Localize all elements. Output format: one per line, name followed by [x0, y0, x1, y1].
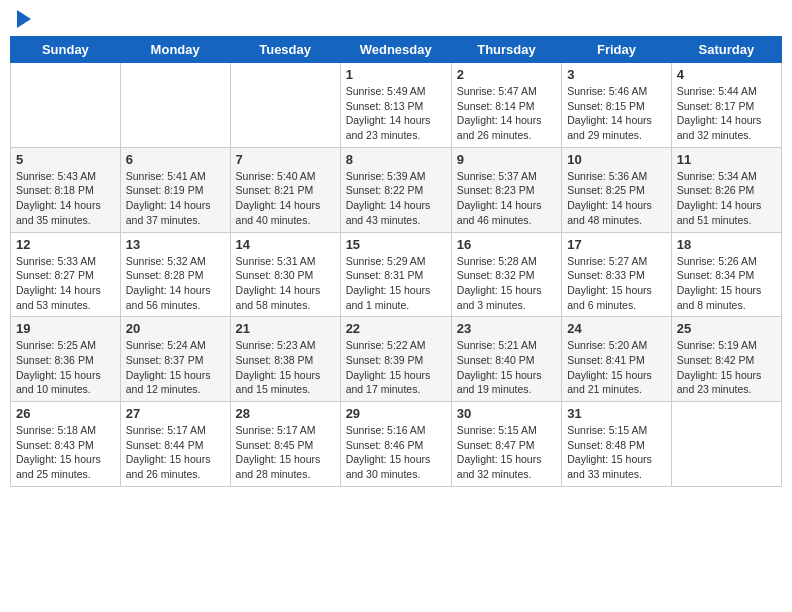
- calendar-cell: [11, 63, 121, 148]
- calendar-cell: 5Sunrise: 5:43 AMSunset: 8:18 PMDaylight…: [11, 147, 121, 232]
- calendar-header-row: SundayMondayTuesdayWednesdayThursdayFrid…: [11, 37, 782, 63]
- calendar-cell: 23Sunrise: 5:21 AMSunset: 8:40 PMDayligh…: [451, 317, 561, 402]
- calendar-table: SundayMondayTuesdayWednesdayThursdayFrid…: [10, 36, 782, 487]
- cell-info: Sunrise: 5:37 AMSunset: 8:23 PMDaylight:…: [457, 169, 556, 228]
- day-number: 14: [236, 237, 335, 252]
- cell-info: Sunrise: 5:17 AMSunset: 8:44 PMDaylight:…: [126, 423, 225, 482]
- day-of-week-header: Wednesday: [340, 37, 451, 63]
- calendar-cell: 12Sunrise: 5:33 AMSunset: 8:27 PMDayligh…: [11, 232, 121, 317]
- calendar-cell: 9Sunrise: 5:37 AMSunset: 8:23 PMDaylight…: [451, 147, 561, 232]
- calendar-cell: 4Sunrise: 5:44 AMSunset: 8:17 PMDaylight…: [671, 63, 781, 148]
- day-number: 2: [457, 67, 556, 82]
- day-number: 15: [346, 237, 446, 252]
- cell-info: Sunrise: 5:23 AMSunset: 8:38 PMDaylight:…: [236, 338, 335, 397]
- cell-info: Sunrise: 5:39 AMSunset: 8:22 PMDaylight:…: [346, 169, 446, 228]
- calendar-cell: 18Sunrise: 5:26 AMSunset: 8:34 PMDayligh…: [671, 232, 781, 317]
- day-number: 7: [236, 152, 335, 167]
- day-number: 27: [126, 406, 225, 421]
- calendar-cell: [671, 402, 781, 487]
- cell-info: Sunrise: 5:27 AMSunset: 8:33 PMDaylight:…: [567, 254, 666, 313]
- calendar-cell: 14Sunrise: 5:31 AMSunset: 8:30 PMDayligh…: [230, 232, 340, 317]
- calendar-cell: 17Sunrise: 5:27 AMSunset: 8:33 PMDayligh…: [562, 232, 672, 317]
- cell-info: Sunrise: 5:24 AMSunset: 8:37 PMDaylight:…: [126, 338, 225, 397]
- day-number: 19: [16, 321, 115, 336]
- cell-info: Sunrise: 5:17 AMSunset: 8:45 PMDaylight:…: [236, 423, 335, 482]
- calendar-cell: 13Sunrise: 5:32 AMSunset: 8:28 PMDayligh…: [120, 232, 230, 317]
- calendar-cell: 6Sunrise: 5:41 AMSunset: 8:19 PMDaylight…: [120, 147, 230, 232]
- cell-info: Sunrise: 5:36 AMSunset: 8:25 PMDaylight:…: [567, 169, 666, 228]
- cell-info: Sunrise: 5:31 AMSunset: 8:30 PMDaylight:…: [236, 254, 335, 313]
- calendar-cell: 1Sunrise: 5:49 AMSunset: 8:13 PMDaylight…: [340, 63, 451, 148]
- cell-info: Sunrise: 5:29 AMSunset: 8:31 PMDaylight:…: [346, 254, 446, 313]
- calendar-cell: 30Sunrise: 5:15 AMSunset: 8:47 PMDayligh…: [451, 402, 561, 487]
- calendar-week-row: 26Sunrise: 5:18 AMSunset: 8:43 PMDayligh…: [11, 402, 782, 487]
- cell-info: Sunrise: 5:32 AMSunset: 8:28 PMDaylight:…: [126, 254, 225, 313]
- day-number: 26: [16, 406, 115, 421]
- day-number: 24: [567, 321, 666, 336]
- cell-info: Sunrise: 5:18 AMSunset: 8:43 PMDaylight:…: [16, 423, 115, 482]
- cell-info: Sunrise: 5:47 AMSunset: 8:14 PMDaylight:…: [457, 84, 556, 143]
- day-of-week-header: Saturday: [671, 37, 781, 63]
- cell-info: Sunrise: 5:20 AMSunset: 8:41 PMDaylight:…: [567, 338, 666, 397]
- calendar-cell: 11Sunrise: 5:34 AMSunset: 8:26 PMDayligh…: [671, 147, 781, 232]
- calendar-cell: 10Sunrise: 5:36 AMSunset: 8:25 PMDayligh…: [562, 147, 672, 232]
- cell-info: Sunrise: 5:19 AMSunset: 8:42 PMDaylight:…: [677, 338, 776, 397]
- day-number: 21: [236, 321, 335, 336]
- day-number: 23: [457, 321, 556, 336]
- logo: [14, 10, 31, 28]
- day-number: 12: [16, 237, 115, 252]
- cell-info: Sunrise: 5:49 AMSunset: 8:13 PMDaylight:…: [346, 84, 446, 143]
- cell-info: Sunrise: 5:21 AMSunset: 8:40 PMDaylight:…: [457, 338, 556, 397]
- day-of-week-header: Friday: [562, 37, 672, 63]
- cell-info: Sunrise: 5:22 AMSunset: 8:39 PMDaylight:…: [346, 338, 446, 397]
- calendar-week-row: 12Sunrise: 5:33 AMSunset: 8:27 PMDayligh…: [11, 232, 782, 317]
- cell-info: Sunrise: 5:16 AMSunset: 8:46 PMDaylight:…: [346, 423, 446, 482]
- cell-info: Sunrise: 5:44 AMSunset: 8:17 PMDaylight:…: [677, 84, 776, 143]
- cell-info: Sunrise: 5:28 AMSunset: 8:32 PMDaylight:…: [457, 254, 556, 313]
- svg-marker-0: [17, 10, 31, 28]
- calendar-cell: 2Sunrise: 5:47 AMSunset: 8:14 PMDaylight…: [451, 63, 561, 148]
- day-number: 11: [677, 152, 776, 167]
- calendar-cell: 26Sunrise: 5:18 AMSunset: 8:43 PMDayligh…: [11, 402, 121, 487]
- cell-info: Sunrise: 5:46 AMSunset: 8:15 PMDaylight:…: [567, 84, 666, 143]
- day-number: 1: [346, 67, 446, 82]
- calendar-cell: [230, 63, 340, 148]
- logo-triangle-icon: [17, 10, 31, 28]
- cell-info: Sunrise: 5:41 AMSunset: 8:19 PMDaylight:…: [126, 169, 225, 228]
- day-number: 20: [126, 321, 225, 336]
- cell-info: Sunrise: 5:25 AMSunset: 8:36 PMDaylight:…: [16, 338, 115, 397]
- day-number: 4: [677, 67, 776, 82]
- day-number: 10: [567, 152, 666, 167]
- calendar-cell: 27Sunrise: 5:17 AMSunset: 8:44 PMDayligh…: [120, 402, 230, 487]
- day-number: 25: [677, 321, 776, 336]
- calendar-cell: [120, 63, 230, 148]
- calendar-cell: 8Sunrise: 5:39 AMSunset: 8:22 PMDaylight…: [340, 147, 451, 232]
- day-number: 6: [126, 152, 225, 167]
- cell-info: Sunrise: 5:33 AMSunset: 8:27 PMDaylight:…: [16, 254, 115, 313]
- calendar-cell: 3Sunrise: 5:46 AMSunset: 8:15 PMDaylight…: [562, 63, 672, 148]
- calendar-week-row: 5Sunrise: 5:43 AMSunset: 8:18 PMDaylight…: [11, 147, 782, 232]
- day-number: 18: [677, 237, 776, 252]
- calendar-cell: 24Sunrise: 5:20 AMSunset: 8:41 PMDayligh…: [562, 317, 672, 402]
- day-of-week-header: Monday: [120, 37, 230, 63]
- cell-info: Sunrise: 5:26 AMSunset: 8:34 PMDaylight:…: [677, 254, 776, 313]
- calendar-cell: 16Sunrise: 5:28 AMSunset: 8:32 PMDayligh…: [451, 232, 561, 317]
- calendar-cell: 21Sunrise: 5:23 AMSunset: 8:38 PMDayligh…: [230, 317, 340, 402]
- calendar-cell: 22Sunrise: 5:22 AMSunset: 8:39 PMDayligh…: [340, 317, 451, 402]
- day-number: 13: [126, 237, 225, 252]
- calendar-cell: 28Sunrise: 5:17 AMSunset: 8:45 PMDayligh…: [230, 402, 340, 487]
- day-number: 16: [457, 237, 556, 252]
- day-number: 22: [346, 321, 446, 336]
- calendar-week-row: 1Sunrise: 5:49 AMSunset: 8:13 PMDaylight…: [11, 63, 782, 148]
- day-number: 30: [457, 406, 556, 421]
- calendar-cell: 15Sunrise: 5:29 AMSunset: 8:31 PMDayligh…: [340, 232, 451, 317]
- day-of-week-header: Thursday: [451, 37, 561, 63]
- cell-info: Sunrise: 5:15 AMSunset: 8:48 PMDaylight:…: [567, 423, 666, 482]
- calendar-cell: 19Sunrise: 5:25 AMSunset: 8:36 PMDayligh…: [11, 317, 121, 402]
- page-header: [10, 10, 782, 28]
- day-of-week-header: Tuesday: [230, 37, 340, 63]
- calendar-week-row: 19Sunrise: 5:25 AMSunset: 8:36 PMDayligh…: [11, 317, 782, 402]
- cell-info: Sunrise: 5:43 AMSunset: 8:18 PMDaylight:…: [16, 169, 115, 228]
- day-number: 9: [457, 152, 556, 167]
- day-of-week-header: Sunday: [11, 37, 121, 63]
